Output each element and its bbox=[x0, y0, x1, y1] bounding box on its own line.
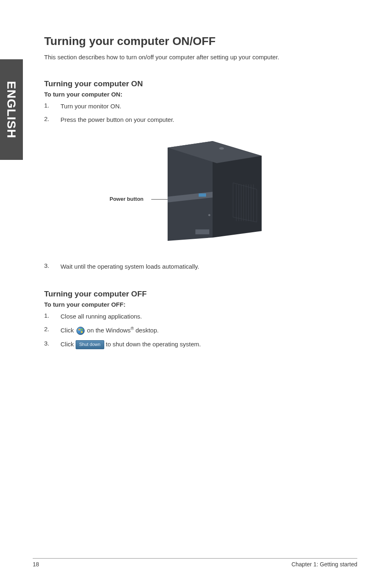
text-part: Click bbox=[61, 341, 76, 348]
svg-point-3 bbox=[219, 147, 224, 150]
windows-start-icon bbox=[76, 327, 85, 335]
step-text: Click on the Windows® desktop. bbox=[61, 325, 355, 335]
off-step-3: 3. Click Shut down to shut down the oper… bbox=[44, 340, 355, 349]
step-text: Press the power button on your computer. bbox=[61, 115, 355, 124]
step-text: Turn your monitor ON. bbox=[61, 102, 355, 110]
step-number: 3. bbox=[44, 340, 61, 349]
page-number: 18 bbox=[33, 561, 39, 568]
on-step-1: 1. Turn your monitor ON. bbox=[44, 102, 355, 110]
page-title: Turning your computer ON/OFF bbox=[44, 35, 355, 48]
svg-rect-5 bbox=[199, 193, 206, 197]
svg-rect-7 bbox=[195, 229, 209, 234]
language-label: ENGLISH bbox=[4, 81, 18, 138]
shutdown-button-icon: Shut down bbox=[76, 340, 104, 349]
step-number: 1. bbox=[44, 312, 61, 321]
text-part: Click bbox=[61, 327, 76, 334]
off-subheading: To turn your computer OFF: bbox=[44, 301, 355, 308]
step-number: 2. bbox=[44, 325, 61, 335]
page-footer: 18 Chapter 1: Getting started bbox=[33, 558, 357, 568]
step-text: Wait until the operating system loads au… bbox=[61, 262, 355, 271]
svg-point-6 bbox=[208, 214, 211, 216]
on-step-2: 2. Press the power button on your comput… bbox=[44, 115, 355, 124]
off-heading: Turning your computer OFF bbox=[44, 290, 355, 298]
text-part: to shut down the operating system. bbox=[104, 341, 201, 348]
step-text: Close all running applications. bbox=[61, 312, 355, 321]
page-content: Turning your computer ON/OFF This sectio… bbox=[44, 35, 355, 354]
chapter-label: Chapter 1: Getting started bbox=[291, 561, 357, 568]
text-part: on the Windows bbox=[85, 327, 131, 334]
step-number: 2. bbox=[44, 115, 61, 124]
step-number: 3. bbox=[44, 262, 61, 271]
on-heading: Turning your computer ON bbox=[44, 79, 355, 88]
step-text: Click Shut down to shut down the operati… bbox=[61, 340, 355, 349]
intro-text: This section describes how to turn on/of… bbox=[44, 54, 355, 61]
language-tab: ENGLISH bbox=[0, 59, 23, 160]
text-part: desktop. bbox=[134, 327, 159, 334]
off-step-1: 1. Close all running applications. bbox=[44, 312, 355, 321]
off-step-2: 2. Click on the Windows® desktop. bbox=[44, 325, 355, 335]
on-step-3: 3. Wait until the operating system loads… bbox=[44, 262, 355, 271]
desktop-tower-icon bbox=[151, 135, 274, 246]
step-number: 1. bbox=[44, 102, 61, 110]
computer-illustration: Power button bbox=[44, 135, 355, 246]
on-subheading: To turn your computer ON: bbox=[44, 91, 355, 98]
power-button-label: Power button bbox=[110, 196, 143, 202]
